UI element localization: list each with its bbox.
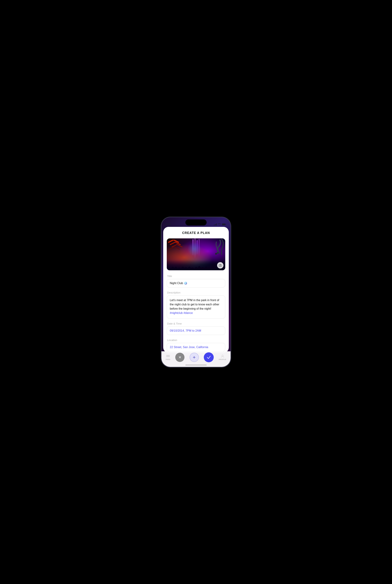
camera-button[interactable] xyxy=(217,262,224,268)
sculpture-decoration xyxy=(206,238,225,260)
signal-icon xyxy=(214,223,217,226)
description-hashtags: #nightclub #dance xyxy=(170,312,193,314)
description-label: Description xyxy=(167,291,225,294)
title-section: Title xyxy=(167,274,225,288)
location-label: Location xyxy=(167,338,225,342)
location-input[interactable]: 22 Street, San Jose, California xyxy=(167,343,225,352)
datetime-label: Date & Time xyxy=(167,322,225,325)
description-section: Description Let's meet at 7PM in the par… xyxy=(167,291,225,318)
hero-image xyxy=(167,238,225,270)
nav-feed[interactable]: FEED xyxy=(166,354,170,360)
add-icon: + xyxy=(193,355,196,360)
confirm-button[interactable] xyxy=(204,352,214,362)
datetime-section: Date & Time 09/10/2014, 7PM to 2AM xyxy=(167,322,225,335)
wifi-icon xyxy=(218,223,221,226)
svg-point-2 xyxy=(217,252,219,254)
checkmark-icon xyxy=(207,356,211,359)
cancel-button[interactable]: ✕ xyxy=(175,353,184,362)
datetime-input[interactable]: 09/10/2014, 7PM to 2AM xyxy=(167,326,225,335)
feed-icon xyxy=(166,354,170,358)
svg-point-5 xyxy=(220,265,221,266)
battery-icon xyxy=(222,223,226,226)
dynamic-island xyxy=(185,220,207,226)
cancel-icon: ✕ xyxy=(178,355,182,360)
profile-label: PROFILE xyxy=(219,358,226,360)
nav-profile[interactable]: PROFILE xyxy=(219,354,226,360)
red-decoration xyxy=(168,240,186,255)
description-display[interactable]: Let's meet at 7PM in the park in front o… xyxy=(167,296,225,318)
page-title: CREATE A PLAN xyxy=(167,231,225,235)
feed-label: FEED xyxy=(166,358,170,360)
club-scene xyxy=(167,238,225,270)
svg-point-3 xyxy=(215,253,217,255)
add-button[interactable]: + xyxy=(190,353,199,362)
svg-point-6 xyxy=(222,355,223,356)
crowd-silhouette xyxy=(167,260,225,270)
svg-rect-4 xyxy=(219,264,222,266)
phone-frame: 9:41 CREATE A PLAN xyxy=(162,217,230,367)
home-indicator xyxy=(185,364,207,366)
status-icons xyxy=(214,223,226,226)
title-input[interactable] xyxy=(167,279,225,288)
main-card: CREATE A PLAN xyxy=(163,227,229,353)
title-label: Title xyxy=(167,274,225,278)
hero-image-container[interactable] xyxy=(167,238,225,270)
svg-rect-1 xyxy=(222,224,225,225)
description-text: Let's meet at 7PM in the park in front o… xyxy=(170,299,219,310)
profile-icon xyxy=(221,354,224,358)
location-section: Location 22 Street, San Jose, California xyxy=(167,338,225,352)
status-time: 9:41 xyxy=(166,222,171,226)
ambient-glow xyxy=(187,242,202,256)
